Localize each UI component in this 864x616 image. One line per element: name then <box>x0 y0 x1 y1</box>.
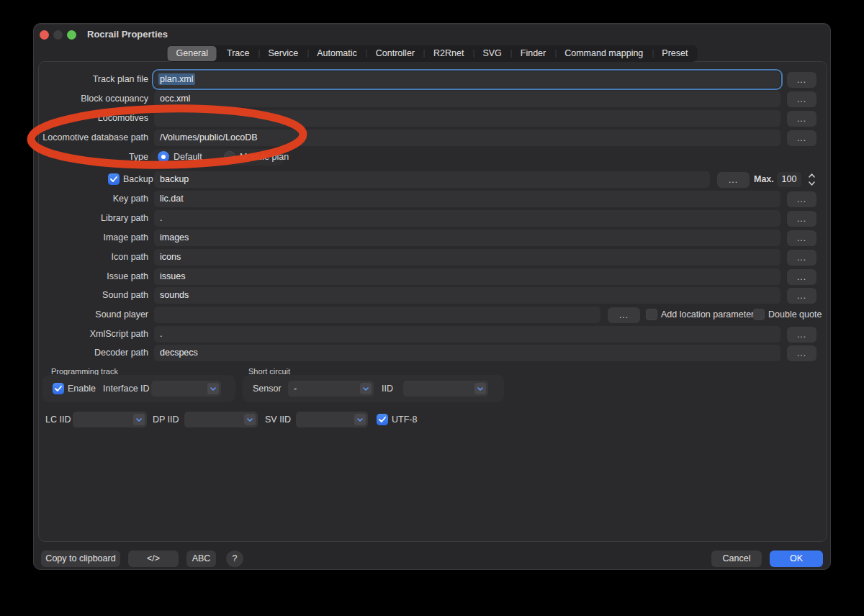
browse-button[interactable]: ... <box>787 230 816 246</box>
browse-button[interactable]: ... <box>787 211 816 227</box>
sound-player-label: Sound player <box>41 307 148 323</box>
issue-path-row: Issue path issues ... <box>34 268 830 285</box>
icon-path-input[interactable]: icons <box>154 249 780 266</box>
browse-button[interactable]: ... <box>787 111 816 127</box>
browse-button[interactable]: ... <box>787 345 816 361</box>
double-quote-label: Double quote <box>768 307 822 323</box>
issue-path-input[interactable]: issues <box>154 268 780 285</box>
cancel-button[interactable]: Cancel <box>711 551 762 567</box>
max-backups-input[interactable]: 100 <box>777 172 801 187</box>
chevron-down-icon <box>133 414 145 425</box>
locomotive-database-path-label: Locomotive database path <box>41 130 148 146</box>
sensor-dropdown[interactable]: - <box>288 381 374 397</box>
chevron-down-icon <box>360 383 372 394</box>
tab-service[interactable]: Service <box>259 45 308 62</box>
block-occupancy-label: Block occupancy <box>41 91 148 107</box>
backup-label: Backup <box>123 171 153 188</box>
type-default-radio[interactable] <box>158 151 169 163</box>
browse-button[interactable]: ... <box>787 250 816 266</box>
tab-command-mapping[interactable]: Command mapping <box>555 45 652 62</box>
title-bar[interactable]: Rocrail Properties <box>34 24 830 45</box>
tab-general[interactable]: General <box>168 46 217 61</box>
image-path-input[interactable]: images <box>154 230 780 246</box>
sound-player-input[interactable] <box>154 307 600 323</box>
browse-button[interactable]: ... <box>787 191 816 207</box>
sound-path-label: Sound path <box>41 287 148 304</box>
backup-checkbox[interactable] <box>108 173 120 185</box>
xmlscript-path-label: XmlScript path <box>41 326 148 343</box>
browse-button[interactable]: ... <box>608 307 640 323</box>
chevron-up-icon[interactable] <box>806 171 817 179</box>
dp-iid-dropdown[interactable] <box>184 412 258 427</box>
browse-button[interactable]: ... <box>787 288 816 304</box>
add-location-parameter-label: Add location parameter <box>661 307 754 323</box>
locomotive-database-path-row: Locomotive database path /Volumes/public… <box>34 130 830 146</box>
max-label: Max. <box>754 171 774 188</box>
track-plan-file-row: Track plan file plan.xml ... <box>34 71 830 88</box>
library-path-label: Library path <box>41 210 148 227</box>
track-plan-file-input[interactable]: plan.xml <box>154 71 780 88</box>
sound-player-row: Sound player ... Add location parameter … <box>34 307 830 323</box>
double-quote-checkbox[interactable] <box>753 309 765 320</box>
zoom-window-button[interactable] <box>67 30 76 40</box>
tab-svg[interactable]: SVG <box>473 45 510 62</box>
tab-preset[interactable]: Preset <box>652 45 697 62</box>
locomotives-label: Locomotives <box>41 110 148 127</box>
tab-bar: General Trace Service Automatic Controll… <box>167 45 698 62</box>
icon-path-label: Icon path <box>41 249 148 266</box>
key-path-input[interactable]: lic.dat <box>154 191 780 207</box>
tab-finder[interactable]: Finder <box>511 45 555 62</box>
browse-button[interactable]: ... <box>717 172 750 188</box>
browse-button[interactable]: ... <box>787 91 816 107</box>
xml-source-button[interactable]: </> <box>128 551 179 567</box>
key-path-row: Key path lic.dat ... <box>34 191 830 207</box>
issue-path-label: Issue path <box>41 268 148 285</box>
add-location-parameter-checkbox[interactable] <box>646 309 657 320</box>
sensor-label: Sensor <box>253 381 282 397</box>
browse-button[interactable]: ... <box>787 269 816 285</box>
checkmark-icon <box>379 417 386 422</box>
tab-r2rnet[interactable]: R2Rnet <box>424 45 473 62</box>
decoder-path-label: Decoder path <box>41 345 148 361</box>
iid-settings-row: LC IID DP IID SV IID UTF-8 <box>34 412 830 428</box>
close-window-button[interactable] <box>40 30 49 40</box>
icon-path-row: Icon path icons ... <box>34 249 830 266</box>
desktop-background: Rocrail Properties General Trace Service… <box>0 0 864 616</box>
tab-controller[interactable]: Controller <box>366 45 424 62</box>
abc-button[interactable]: ABC <box>186 551 216 567</box>
lc-iid-dropdown[interactable] <box>73 412 147 427</box>
tab-automatic[interactable]: Automatic <box>307 45 366 62</box>
chevron-down-icon <box>354 414 366 425</box>
help-button[interactable]: ? <box>226 551 243 567</box>
browse-button[interactable]: ... <box>787 327 816 343</box>
dp-iid-label: DP IID <box>153 412 179 428</box>
ok-button[interactable]: OK <box>770 551 823 567</box>
decoder-path-input[interactable]: decspecs <box>154 345 780 361</box>
sound-path-input[interactable]: sounds <box>154 287 780 304</box>
minimize-window-button[interactable] <box>53 30 63 40</box>
library-path-input[interactable]: . <box>154 210 780 227</box>
image-path-label: Image path <box>41 230 148 246</box>
track-plan-file-label: Track plan file <box>41 71 148 88</box>
locomotives-input[interactable] <box>154 110 780 127</box>
browse-button[interactable]: ... <box>787 72 816 88</box>
tab-trace[interactable]: Trace <box>217 45 259 62</box>
copy-to-clipboard-button[interactable]: Copy to clipboard <box>41 551 120 567</box>
type-module-plan-radio[interactable] <box>224 151 235 163</box>
locomotive-database-path-input[interactable]: /Volumes/public/LocoDB <box>154 130 780 146</box>
block-occupancy-row: Block occupancy occ.xml ... <box>34 91 830 107</box>
utf8-checkbox[interactable] <box>377 414 388 425</box>
xmlscript-path-input[interactable]: . <box>154 326 780 343</box>
block-occupancy-input[interactable]: occ.xml <box>154 91 780 107</box>
iid-dropdown[interactable] <box>403 381 488 397</box>
backup-input[interactable]: backup <box>154 171 710 188</box>
sound-path-row: Sound path sounds ... <box>34 287 830 304</box>
sv-iid-dropdown[interactable] <box>296 412 368 427</box>
short-circuit-row: Sensor - IID <box>34 381 830 397</box>
key-path-label: Key path <box>41 191 148 207</box>
chevron-down-icon[interactable] <box>806 179 817 187</box>
utf8-label: UTF-8 <box>392 412 417 428</box>
browse-button[interactable]: ... <box>787 130 816 146</box>
checkmark-icon <box>110 176 117 182</box>
decoder-path-row: Decoder path decspecs ... <box>34 345 830 361</box>
